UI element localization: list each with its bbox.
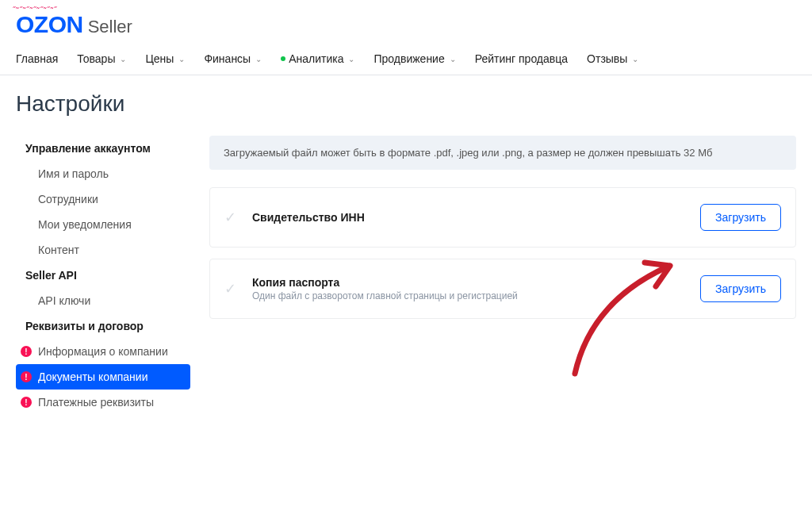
nav-label: Рейтинг продавца	[475, 52, 568, 65]
main: Загружаемый файл может быть в формате .p…	[209, 136, 796, 415]
nav-finance[interactable]: Финансы⌄	[204, 52, 262, 65]
sidebar-item-content[interactable]: Контент	[16, 237, 190, 263]
sidebar-section-account: Управление аккаунтом	[16, 136, 190, 161]
info-banner: Загружаемый файл может быть в формате .p…	[209, 136, 796, 170]
sidebar-section-requisites: Реквизиты и договор	[16, 313, 190, 339]
sidebar-section-api: Seller API	[16, 263, 190, 288]
sidebar-item-label: Платежные реквизиты	[38, 396, 154, 409]
upload-button[interactable]: Загрузить	[700, 204, 781, 231]
sidebar-item-payment-requisites[interactable]: ! Платежные реквизиты	[16, 390, 190, 415]
content: Управление аккаунтом Имя и пароль Сотруд…	[0, 136, 812, 415]
chevron-down-icon: ⌄	[255, 55, 262, 63]
sidebar-item-company-info[interactable]: ! Информация о компании	[16, 339, 190, 364]
document-text: Свидетельство ИНН	[252, 211, 700, 224]
sidebar-item-label: API ключи	[38, 294, 90, 307]
garland-decoration: ˝˜˝˜˝˜˝˜˝˜˝˜˝	[13, 6, 57, 15]
sidebar-item-label: Мои уведомления	[38, 218, 132, 231]
check-icon: ✓	[224, 280, 236, 297]
sidebar-item-label: Контент	[38, 244, 79, 256]
nav-prices[interactable]: Цены⌄	[145, 52, 185, 65]
sidebar-item-label: Сотрудники	[38, 193, 98, 205]
check-icon: ✓	[224, 209, 236, 226]
alert-icon: !	[21, 371, 32, 382]
document-title: Свидетельство ИНН	[252, 211, 700, 224]
chevron-down-icon: ⌄	[178, 55, 185, 63]
upload-button[interactable]: Загрузить	[700, 275, 781, 302]
main-nav: Главная Товары⌄ Цены⌄ Финансы⌄ Аналитика…	[0, 40, 812, 75]
nav-label: Главная	[16, 52, 58, 65]
header: ˝˜˝˜˝˜˝˜˝˜˝˜˝ OZONSeller	[0, 0, 812, 40]
sidebar-item-api-keys[interactable]: API ключи	[16, 288, 190, 313]
sidebar-item-name-password[interactable]: Имя и пароль	[16, 161, 190, 186]
nav-label: Аналитика	[289, 52, 343, 65]
document-text: Копия паспорта Один файл с разворотом гл…	[252, 276, 700, 301]
nav-label: Отзывы	[587, 52, 627, 65]
alert-icon: !	[21, 397, 32, 408]
nav-products[interactable]: Товары⌄	[77, 52, 126, 65]
sidebar: Управление аккаунтом Имя и пароль Сотруд…	[16, 136, 190, 415]
sidebar-item-notifications[interactable]: Мои уведомления	[16, 212, 190, 237]
nav-label: Продвижение	[373, 52, 444, 65]
sidebar-item-label: Информация о компании	[38, 345, 168, 358]
nav-main[interactable]: Главная	[16, 52, 58, 65]
chevron-down-icon: ⌄	[120, 55, 126, 63]
chevron-down-icon: ⌄	[348, 55, 354, 63]
document-title: Копия паспорта	[252, 276, 700, 289]
nav-rating[interactable]: Рейтинг продавца	[475, 52, 568, 65]
arrow-annotation-icon	[551, 255, 694, 382]
alert-icon: !	[21, 346, 32, 357]
logo-suffix: Seller	[88, 17, 132, 36]
chevron-down-icon: ⌄	[632, 55, 638, 63]
logo[interactable]: ˝˜˝˜˝˜˝˜˝˜˝˜˝ OZONSeller	[16, 11, 132, 38]
nav-reviews[interactable]: Отзывы⌄	[587, 52, 638, 65]
chevron-down-icon: ⌄	[450, 55, 456, 63]
sidebar-item-label: Имя и пароль	[38, 167, 109, 180]
document-row-passport: ✓ Копия паспорта Один файл с разворотом …	[209, 259, 796, 319]
nav-label: Товары	[77, 52, 115, 65]
status-dot-icon	[281, 56, 285, 61]
nav-analytics[interactable]: Аналитика⌄	[281, 52, 354, 65]
nav-label: Цены	[145, 52, 174, 65]
sidebar-item-employees[interactable]: Сотрудники	[16, 186, 190, 212]
sidebar-item-company-docs[interactable]: ! Документы компании	[16, 364, 190, 390]
nav-label: Финансы	[204, 52, 251, 65]
document-row-inn: ✓ Свидетельство ИНН Загрузить	[209, 187, 796, 248]
sidebar-item-label: Документы компании	[38, 370, 148, 383]
page-title: Настройки	[0, 75, 812, 136]
document-subtitle: Один файл с разворотом главной страницы …	[252, 290, 700, 301]
nav-promotion[interactable]: Продвижение⌄	[373, 52, 455, 65]
